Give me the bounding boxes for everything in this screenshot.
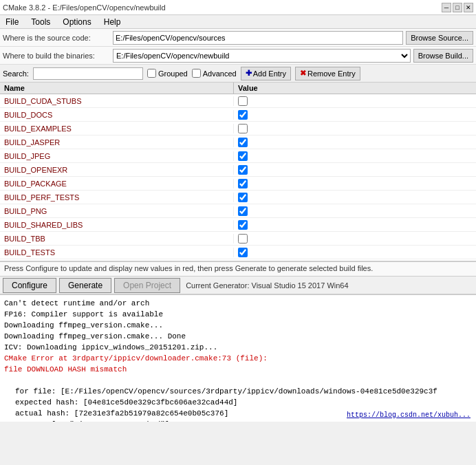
name-column-header: Name — [0, 83, 234, 94]
close-button[interactable]: ✕ — [464, 3, 473, 12]
checkbox-build_package[interactable] — [238, 179, 248, 188]
window-title: CMake 3.8.2 - E:/Files/openCV/opencv/new… — [3, 3, 166, 12]
table-row: BUILD_SHARED_LIBS — [0, 218, 476, 232]
row-value-build_jpeg — [234, 151, 476, 162]
row-value-build_examples — [234, 123, 476, 134]
action-bar: Configure Generate Open Project Current … — [0, 277, 476, 294]
checkbox-build_png[interactable] — [238, 206, 248, 216]
advanced-option: Advanced — [192, 69, 237, 78]
log-line-8: for file: [E:/Files/openCV/opencv/source… — [15, 386, 472, 397]
menu-bar: File Tools Options Help — [0, 15, 476, 29]
checkbox-build_jasper[interactable] — [238, 138, 248, 147]
open-project-button[interactable]: Open Project — [114, 278, 180, 293]
add-entry-button[interactable]: ✚ Add Entry — [241, 67, 291, 80]
table-row: BUILD_TESTS — [0, 246, 476, 259]
table-row: BUILD_TBB — [0, 232, 476, 246]
checkbox-build_tests[interactable] — [238, 248, 248, 257]
remove-entry-label: Remove Entry — [307, 69, 356, 78]
log-line-6: file DOWNLOAD HASH mismatch — [4, 364, 472, 375]
log-line-2: Downloading ffmpeg_version.cmake... — [4, 320, 472, 331]
checkbox-build_cuda_stubs[interactable] — [238, 96, 248, 106]
log-line-9: expected hash: [04e81ce5d0e329c3fbc606ae… — [15, 397, 472, 408]
row-name-build_package: BUILD_PACKAGE — [0, 179, 234, 188]
menu-help[interactable]: Help — [101, 17, 124, 27]
checkbox-build_shared_libs[interactable] — [238, 220, 248, 230]
build-label: Where to build the binaries: — [3, 52, 113, 60]
table-row: BUILD_PERF_TESTS — [0, 191, 476, 204]
remove-entry-button[interactable]: ✖ Remove Entry — [295, 67, 360, 80]
table-body: BUILD_CUDA_STUBSBUILD_DOCSBUILD_EXAMPLES… — [0, 94, 476, 261]
menu-options[interactable]: Options — [60, 17, 94, 27]
menu-file[interactable]: File — [3, 17, 21, 27]
row-value-build_jasper — [234, 137, 476, 148]
table-row: BUILD_CUDA_STUBS — [0, 94, 476, 108]
log-line-5: CMake Error at 3rdparty/ippicv/downloade… — [4, 353, 472, 364]
row-name-build_shared_libs: BUILD_SHARED_LIBS — [0, 220, 234, 230]
row-name-build_perf_tests: BUILD_PERF_TESTS — [0, 193, 234, 202]
row-name-build_png: BUILD_PNG — [0, 206, 234, 216]
table-row: BUILD_EXAMPLES — [0, 122, 476, 136]
row-value-build_tests — [234, 247, 476, 258]
row-value-build_openexr — [234, 164, 476, 175]
row-name-build_jpeg: BUILD_JPEG — [0, 151, 234, 161]
search-bar: Search: Grouped Advanced ✚ Add Entry ✖ R… — [0, 65, 476, 83]
browse-build-button[interactable]: Browse Build... — [413, 49, 473, 63]
menu-tools[interactable]: Tools — [28, 17, 53, 27]
title-bar: CMake 3.8.2 - E:/Files/openCV/opencv/new… — [0, 0, 476, 15]
row-name-build_cuda_stubs: BUILD_CUDA_STUBS — [0, 96, 234, 106]
checkbox-build_docs[interactable] — [238, 110, 248, 120]
footer-url: https://blog.csdn.net/xubuh... — [347, 411, 470, 419]
log-line-0: Can't detect runtime and/or arch — [4, 298, 472, 309]
row-value-build_perf_tests — [234, 192, 476, 203]
table-row: BUILD_DOCS — [0, 108, 476, 122]
status-bar: Press Configure to update and display ne… — [0, 261, 476, 277]
configure-button[interactable]: Configure — [3, 278, 56, 293]
log-line-3: Downloading ffmpeg_version.cmake... Done — [4, 331, 472, 342]
row-name-build_tests: BUILD_TESTS — [0, 248, 234, 257]
checkbox-build_perf_tests[interactable] — [238, 193, 248, 202]
log-line-7 — [4, 375, 472, 386]
value-column-header: Value — [234, 83, 476, 94]
generator-text: Current Generator: Visual Studio 15 2017… — [186, 281, 348, 290]
row-value-build_shared_libs — [234, 219, 476, 230]
row-value-build_package — [234, 178, 476, 189]
build-field-row: Where to build the binaries: E:/Files/op… — [0, 47, 476, 65]
row-value-build_png — [234, 206, 476, 217]
grouped-option: Grouped — [147, 69, 188, 78]
checkbox-build_jpeg[interactable] — [238, 151, 248, 161]
plus-icon: ✚ — [246, 69, 252, 78]
checkbox-build_openexr[interactable] — [238, 165, 248, 175]
log-body: Can't detect runtime and/or archFP16: Co… — [4, 298, 472, 422]
app-window: CMake 3.8.2 - E:/Files/openCV/opencv/new… — [0, 0, 476, 422]
grouped-checkbox[interactable] — [147, 69, 156, 78]
maximize-button[interactable]: □ — [453, 3, 462, 12]
minimize-button[interactable]: ─ — [442, 3, 451, 12]
cross-icon: ✖ — [300, 69, 306, 78]
source-label: Where is the source code: — [3, 34, 113, 42]
grouped-label: Grouped — [158, 69, 188, 78]
source-input[interactable] — [113, 31, 403, 45]
row-value-build_tbb — [234, 233, 476, 244]
browse-source-button[interactable]: Browse Source... — [406, 31, 473, 45]
source-field-row: Where is the source code: Browse Source.… — [0, 29, 476, 47]
log-container: Can't detect runtime and/or archFP16: Co… — [0, 294, 476, 422]
checkbox-build_tbb[interactable] — [238, 234, 248, 244]
table-row: BUILD_OPENEXR — [0, 163, 476, 177]
status-text: Press Configure to update and display ne… — [4, 264, 373, 272]
row-name-build_tbb: BUILD_TBB — [0, 234, 234, 244]
build-path-select[interactable]: E:/Files/openCV/opencv/newbuild — [113, 49, 411, 63]
table-row: BUILD_JPEG — [0, 149, 476, 163]
search-input[interactable] — [33, 67, 143, 80]
row-name-build_docs: BUILD_DOCS — [0, 110, 234, 120]
table-row: BUILD_PACKAGE — [0, 177, 476, 191]
checkbox-build_examples[interactable] — [238, 124, 248, 133]
advanced-label: Advanced — [203, 69, 237, 78]
search-label: Search: — [3, 69, 29, 78]
row-value-build_docs — [234, 109, 476, 120]
log-line-1: FP16: Compiler support is available — [4, 309, 472, 320]
generate-button[interactable]: Generate — [59, 278, 111, 293]
log-line-4: ICV: Downloading ippicv_windows_20151201… — [4, 342, 472, 353]
advanced-checkbox[interactable] — [192, 69, 201, 78]
row-name-build_examples: BUILD_EXAMPLES — [0, 124, 234, 133]
add-entry-label: Add Entry — [253, 69, 286, 78]
